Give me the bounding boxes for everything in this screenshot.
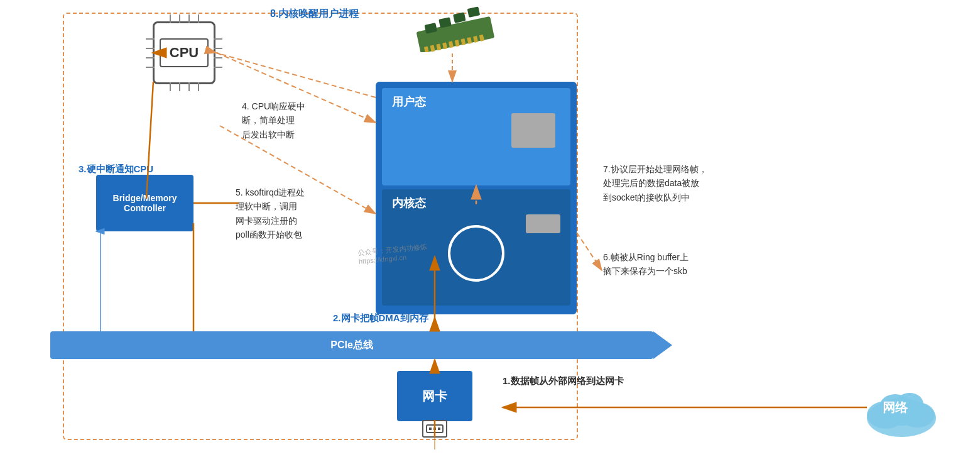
bridge-box: Bridge/Memory Controller	[96, 175, 193, 231]
step7-label: 7.协议层开始处理网络帧， 处理完后的数据data被放 到socket的接收队列…	[603, 162, 707, 204]
nic-box: 网卡	[397, 371, 472, 421]
user-space-area: 用户态	[382, 88, 570, 185]
bridge-label: Bridge/Memory Controller	[102, 193, 187, 213]
pcie-bus-container: PCIe总线	[50, 331, 653, 359]
user-space-label: 用户态	[392, 94, 426, 109]
nic-label: 网卡	[422, 388, 447, 405]
kernel-space-label: 内核态	[392, 196, 426, 211]
os-box: 用户态 内核态	[376, 82, 577, 314]
step3-label: 3.硬中断通知CPU	[79, 162, 153, 177]
svg-line-58	[577, 233, 602, 270]
svg-rect-33	[433, 428, 436, 430]
network-label: 网络	[883, 399, 908, 416]
step4-label: 4. CPU响应硬中 断，简单处理 后发出软中断	[242, 99, 305, 141]
svg-rect-34	[438, 428, 440, 430]
cloud-network: 网络	[861, 380, 942, 443]
kernel-block	[526, 214, 560, 233]
memory-stick	[415, 5, 496, 55]
cpu-label: CPU	[160, 38, 209, 67]
pcie-label: PCIe总线	[330, 339, 373, 352]
pcie-bus-bar: PCIe总线	[50, 331, 653, 359]
nic-connector	[422, 420, 447, 438]
svg-rect-32	[429, 428, 432, 430]
cpu-chip: CPU	[153, 21, 215, 84]
svg-rect-19	[453, 12, 466, 23]
svg-rect-20	[467, 6, 481, 17]
pcie-arrow-right	[653, 331, 672, 359]
step5-label: 5. ksoftirqd进程处 理软中断，调用 网卡驱动注册的 poll函数开始…	[236, 185, 305, 242]
kernel-circle	[448, 225, 504, 282]
user-space-block	[511, 113, 555, 148]
step6-label: 6.帧被从Ring buffer上 摘下来保存为一个skb	[603, 250, 689, 279]
step1-label: 1.数据帧从外部网络到达网卡	[503, 374, 624, 389]
diagram: 8.内核唤醒用户进程 CPU	[0, 0, 980, 469]
step2-label: 2.网卡把帧DMA到内存	[333, 311, 428, 326]
step8-label: 8.内核唤醒用户进程	[270, 6, 359, 21]
